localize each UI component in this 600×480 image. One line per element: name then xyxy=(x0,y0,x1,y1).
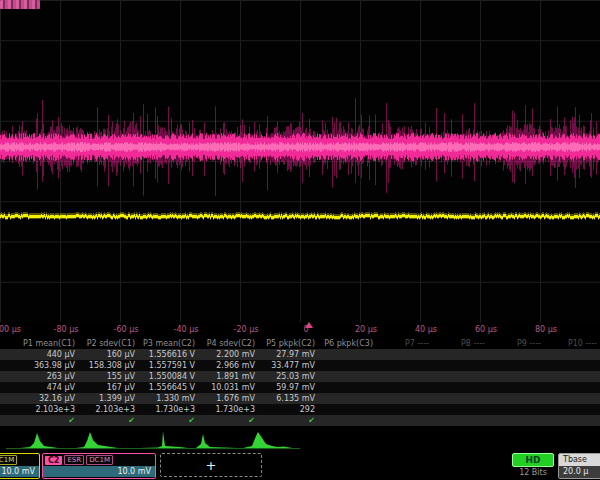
measure-cell xyxy=(318,382,376,393)
measure-cell: 1.730e+3 xyxy=(138,404,198,415)
measure-cell: 1.891 mV xyxy=(198,371,258,382)
measure-cell: 1.399 µV xyxy=(78,393,138,404)
measure-header-p6[interactable]: P6 pkpk(C3) xyxy=(318,338,376,349)
measure-cell xyxy=(488,393,544,404)
measure-cell xyxy=(488,349,544,360)
measure-cell: 1.676 mV xyxy=(198,393,258,404)
measure-cell xyxy=(544,393,600,404)
time-axis-label: -100 µs xyxy=(0,325,21,334)
measure-cell: 25.03 mV xyxy=(258,371,318,382)
measure-cell: 440 µV xyxy=(0,349,78,360)
measure-header-p9[interactable]: P9 ---- xyxy=(488,338,544,349)
measure-cell: 160 µV xyxy=(78,349,138,360)
measure-cell xyxy=(318,349,376,360)
measure-cell xyxy=(544,404,600,415)
table-row: 363.98 µV158.308 µV1.557591 V2.966 mV33.… xyxy=(0,360,600,371)
measure-cell xyxy=(432,360,488,371)
measure-cell: 2.103e+3 xyxy=(78,404,138,415)
measure-cell xyxy=(488,382,544,393)
measure-cell: 32.16 µV xyxy=(0,393,78,404)
status-check-icon xyxy=(376,415,432,426)
measure-cell xyxy=(318,360,376,371)
measure-cell xyxy=(544,349,600,360)
table-row: 2.103e+32.103e+31.730e+31.730e+3292 xyxy=(0,404,600,415)
measure-cell: 167 µV xyxy=(78,382,138,393)
timebase-label: Tbase xyxy=(559,454,600,466)
measure-cell xyxy=(488,371,544,382)
c2-coupling-badge: DC1M xyxy=(86,455,113,465)
measure-header-p1[interactable]: P1 mean(C1) xyxy=(0,338,78,349)
measure-cell xyxy=(544,371,600,382)
time-axis-label: 80 µs xyxy=(535,325,557,334)
c1-descriptor-box[interactable]: C1 DC1M 10.0 mV xyxy=(0,453,40,479)
timebase-value: 20.0 µ xyxy=(559,466,600,478)
hd-indicator[interactable]: HD 12 Bits xyxy=(512,453,554,477)
measure-header-p5[interactable]: P5 pkpk(C2) xyxy=(258,338,318,349)
histicon-strip xyxy=(0,428,600,452)
measure-cell xyxy=(544,382,600,393)
measure-header-p3[interactable]: P3 mean(C2) xyxy=(138,338,198,349)
waveform-grid[interactable] xyxy=(0,0,600,322)
measure-cell xyxy=(432,349,488,360)
measure-cell xyxy=(376,404,432,415)
table-row: 32.16 µV1.399 µV1.330 mV1.676 mV6.135 mV xyxy=(0,393,600,404)
histicon-p1[interactable] xyxy=(20,433,58,448)
measure-cell xyxy=(318,393,376,404)
measure-cell xyxy=(432,393,488,404)
trace-annotation-badge xyxy=(0,0,40,9)
measure-cell: 474 µV xyxy=(0,382,78,393)
measure-cell xyxy=(318,371,376,382)
plus-icon: + xyxy=(206,458,217,473)
measure-header-p8[interactable]: P8 ---- xyxy=(432,338,488,349)
c2-channel-badge: C2 xyxy=(45,456,62,465)
measure-cell: 1.730e+3 xyxy=(198,404,258,415)
table-row: ✔✔✔✔✔ xyxy=(0,415,600,426)
measure-cell: 33.477 mV xyxy=(258,360,318,371)
table-row: 440 µV160 µV1.556616 V2.200 mV27.97 mV xyxy=(0,349,600,360)
measure-header-p7[interactable]: P7 ---- xyxy=(376,338,432,349)
measure-header-p4[interactable]: P4 sdev(C2) xyxy=(198,338,258,349)
time-axis-label: 20 µs xyxy=(355,325,377,334)
measure-cell: 2.200 mV xyxy=(198,349,258,360)
status-check-icon: ✔ xyxy=(138,415,198,426)
timebase-descriptor-box[interactable]: Tbase 20.0 µ xyxy=(558,453,600,479)
waveform-canvas[interactable] xyxy=(0,0,600,322)
measure-cell xyxy=(318,404,376,415)
time-axis-label: -40 µs xyxy=(174,325,199,334)
table-row: 474 µV167 µV1.556645 V10.031 mV59.97 mV xyxy=(0,382,600,393)
status-check-icon xyxy=(318,415,376,426)
status-check-icon xyxy=(432,415,488,426)
time-axis-label: -80 µs xyxy=(54,325,79,334)
time-axis-label: -60 µs xyxy=(114,325,139,334)
time-axis-label: -20 µs xyxy=(234,325,259,334)
histicon-p2[interactable] xyxy=(76,432,118,448)
table-row: 263 µV155 µV1.550084 V1.891 mV25.03 mV xyxy=(0,371,600,382)
measure-cell: 1.556616 V xyxy=(138,349,198,360)
time-axis-label: 40 µs xyxy=(415,325,437,334)
measure-cell: 6.135 mV xyxy=(258,393,318,404)
status-check-icon xyxy=(488,415,544,426)
histicon-p5[interactable] xyxy=(243,432,292,448)
c1-coupling-badge: DC1M xyxy=(0,455,17,465)
c2-scale: 10.0 mV xyxy=(43,466,155,477)
histicon-p3[interactable] xyxy=(140,431,188,448)
measure-cell xyxy=(376,382,432,393)
measure-cell: 363.98 µV xyxy=(0,360,78,371)
measure-cell xyxy=(488,404,544,415)
measure-cell xyxy=(376,393,432,404)
measure-header-p10[interactable]: P10 ---- xyxy=(544,338,600,349)
measure-cell xyxy=(488,360,544,371)
status-check-icon: ✔ xyxy=(0,415,78,426)
histicon-p4[interactable] xyxy=(196,434,238,448)
measure-cell xyxy=(376,360,432,371)
measure-header-p2[interactable]: P2 sdev(C1) xyxy=(78,338,138,349)
descriptor-bar: C1 DC1M 10.0 mV C2 ESR DC1M 10.0 mV + HD… xyxy=(0,452,600,480)
measure-cell xyxy=(432,371,488,382)
measure-cell: 27.97 mV xyxy=(258,349,318,360)
hd-badge: HD xyxy=(512,453,554,467)
measure-cell xyxy=(376,349,432,360)
add-trace-button[interactable]: + xyxy=(160,453,262,477)
measure-table: P1 mean(C1)P2 sdev(C1)P3 mean(C2)P4 sdev… xyxy=(0,338,600,426)
c2-descriptor-box[interactable]: C2 ESR DC1M 10.0 mV xyxy=(42,453,156,479)
c1-scale: 10.0 mV xyxy=(0,466,39,477)
